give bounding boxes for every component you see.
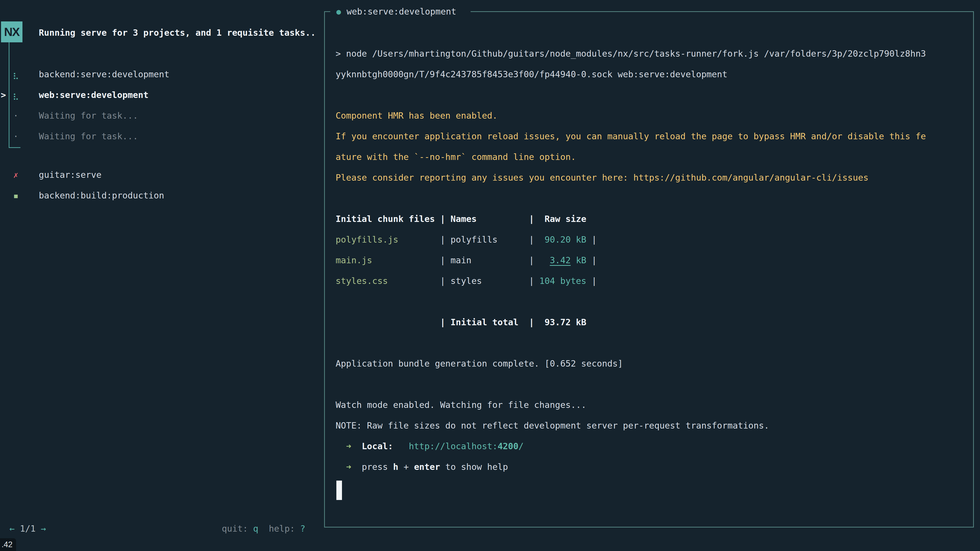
- next-page-arrow-icon[interactable]: →: [41, 524, 46, 534]
- arrow-icon: ➜: [346, 462, 351, 472]
- text-segment: | Initial total | 93.72 kB: [336, 317, 587, 327]
- hmr-warning-line-1: If you encounter application reload issu…: [336, 131, 926, 141]
- chunk-table-header: Initial chunk files | Names | Raw size: [336, 214, 587, 224]
- quit-hint-label: quit:: [222, 524, 253, 534]
- text-segment: [336, 462, 346, 472]
- initial-total-row: | Initial total | 93.72 kB: [336, 317, 587, 327]
- chunk-row-polyfills: polyfills.js | polyfills | 90.20 kB |: [336, 234, 597, 245]
- selected-task-pointer-icon: >: [1, 90, 6, 100]
- pager-indicator: 1/1: [14, 524, 41, 534]
- task-output-panel-title: ●web:serve:development: [330, 5, 471, 17]
- text-segment: [351, 441, 362, 451]
- pager-controls: ← 1/1 →: [10, 524, 46, 534]
- task-label: web:serve:development: [39, 90, 148, 100]
- task-group-tree-line: [9, 42, 10, 148]
- hmr-enabled-message: Component HMR has been enabled.: [336, 110, 498, 121]
- localhost-url[interactable]: /: [519, 441, 524, 451]
- command-line-wrap: yyknnbtgh0000gn/T/9f4c243785f8453e3f00/f…: [336, 69, 727, 79]
- task-label: backend:build:production: [39, 190, 164, 200]
- text-segment: Application bundle generation complete. …: [336, 359, 623, 368]
- task-status-dot-icon: ●: [336, 7, 341, 16]
- task-group-tree-line-foot: [9, 147, 21, 148]
- text-segment: | polyfills |: [398, 234, 545, 245]
- quit-key: q: [253, 524, 258, 534]
- run-summary-header: Running serve for 3 projects, and 1 requ…: [39, 27, 316, 38]
- text-segment: +: [398, 462, 414, 472]
- task-label: Waiting for task...: [39, 131, 138, 141]
- text-segment: Please consider reporting any issues you…: [336, 172, 869, 183]
- text-segment: 3.42: [550, 255, 571, 265]
- text-segment: Watch mode enabled. Watching for file ch…: [336, 400, 587, 410]
- text-segment: to show help: [440, 462, 508, 472]
- help-hint-label: help:: [269, 524, 300, 534]
- text-segment: | styles |: [388, 276, 539, 286]
- command-line: > node /Users/mhartington/Github/guitars…: [336, 48, 926, 59]
- waiting-dot-icon: ·: [11, 110, 21, 121]
- raw-size-note: NOTE: Raw file sizes do not reflect deve…: [336, 421, 769, 431]
- hint-spacer: [258, 524, 269, 534]
- text-segment: kB: [571, 255, 586, 265]
- text-segment: [336, 441, 346, 451]
- text-segment: Initial chunk files | Names | Raw size: [336, 214, 587, 224]
- localhost-url-port[interactable]: 4200: [498, 441, 519, 451]
- chunk-row-styles: styles.css | styles | 104 bytes |: [336, 276, 597, 286]
- local-server-line: ➜ Local: http://localhost:4200/: [336, 441, 524, 451]
- text-segment: > node /Users/mhartington/Github/guitars…: [336, 48, 926, 59]
- text-segment: main.js: [336, 255, 372, 265]
- overlay-badge: .42: [0, 538, 16, 551]
- text-segment: 104 bytes: [539, 276, 586, 286]
- spinner-icon: ⣆: [11, 90, 21, 100]
- watch-mode-message: Watch mode enabled. Watching for file ch…: [336, 400, 587, 410]
- keyboard-hints: quit: q help: ?: [222, 524, 305, 534]
- text-segment: enter: [414, 462, 440, 472]
- prev-page-arrow-icon[interactable]: ←: [10, 524, 14, 534]
- failed-cross-icon: ✗: [11, 170, 21, 180]
- text-segment: h: [393, 462, 398, 472]
- text-segment: Local:: [362, 441, 393, 451]
- text-segment: If you encounter application reload issu…: [336, 131, 926, 141]
- help-hint-line: ➜ press h + enter to show help: [336, 462, 508, 472]
- text-segment: press: [362, 462, 393, 472]
- text-segment: |: [587, 255, 597, 265]
- help-key: ?: [300, 524, 305, 534]
- hmr-report-message: Please consider reporting any issues you…: [336, 172, 869, 183]
- waiting-dot-icon: ·: [11, 131, 21, 141]
- task-label: backend:serve:development: [39, 69, 169, 79]
- success-square-icon: ▪: [11, 190, 21, 201]
- task-label: Waiting for task...: [39, 110, 138, 121]
- bundle-complete-message: Application bundle generation complete. …: [336, 359, 623, 369]
- text-segment: 90.20 kB: [545, 234, 587, 245]
- nx-logo: NX: [1, 21, 22, 42]
- text-segment: | main |: [372, 255, 550, 265]
- terminal-cursor: [336, 481, 342, 500]
- text-segment: styles.css: [336, 276, 388, 286]
- spinner-icon: ⣆: [11, 69, 21, 79]
- chunk-row-main: main.js | main | 3.42 kB |: [336, 255, 597, 265]
- text-segment: [351, 462, 362, 472]
- text-segment: |: [587, 276, 597, 286]
- text-segment: NOTE: Raw file sizes do not reflect deve…: [336, 421, 769, 430]
- text-segment: ature with the `--no-hmr` command line o…: [336, 152, 576, 162]
- task-label: guitar:serve: [39, 170, 102, 180]
- arrow-icon: ➜: [346, 441, 351, 451]
- text-segment: Component HMR has been enabled.: [336, 110, 498, 121]
- panel-title-text: web:serve:development: [347, 6, 456, 17]
- text-segment: [393, 441, 409, 451]
- localhost-url[interactable]: http://localhost:: [409, 441, 498, 451]
- text-segment: yyknnbtgh0000gn/T/9f4c243785f8453e3f00/f…: [336, 69, 727, 79]
- hmr-warning-line-2: ature with the `--no-hmr` command line o…: [336, 152, 576, 162]
- terminal-screen: NX Running serve for 3 projects, and 1 r…: [0, 0, 980, 551]
- text-segment: |: [587, 234, 597, 245]
- text-segment: polyfills.js: [336, 234, 398, 245]
